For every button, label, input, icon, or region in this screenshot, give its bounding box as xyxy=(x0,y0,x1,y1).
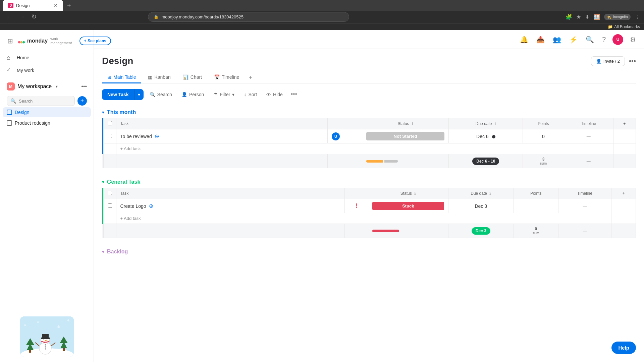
address-bar[interactable]: 🔒 moodjoy.monday.com/boards/1830420525 xyxy=(148,12,349,22)
bell-button[interactable]: 🔔 xyxy=(519,34,530,45)
toolbar: New Task ▾ 🔍 Search 👤 Person ⚗ Filter ▾ xyxy=(102,89,636,100)
summary-date-range-badge: Dec 6 - 10 xyxy=(472,158,499,165)
gt-timeline-cell: — xyxy=(558,199,611,213)
toolbar-more-button[interactable]: ••• xyxy=(289,89,299,100)
add-task-row-general[interactable]: + Add task xyxy=(102,213,636,224)
new-task-button[interactable]: New Task xyxy=(102,89,134,100)
timeline-cell: — xyxy=(564,129,613,143)
group-general-task-collapse-button[interactable]: ▾ xyxy=(102,179,104,185)
menu-button[interactable]: ⋮ xyxy=(635,14,640,20)
add-board-button[interactable]: + xyxy=(77,96,87,106)
invite-button[interactable]: 👤 Invite / 2 xyxy=(591,56,625,66)
apps-grid-button[interactable]: ⊞ xyxy=(5,36,15,46)
hide-label: Hide xyxy=(273,92,283,97)
gt-row-checkbox[interactable] xyxy=(108,203,112,208)
bookmark-button[interactable]: ★ xyxy=(576,14,581,20)
add-task-label[interactable]: + Add task xyxy=(116,143,613,154)
task-col-header-1: Task xyxy=(116,118,327,129)
tab-close-button[interactable]: ✕ xyxy=(54,3,58,8)
integrations-button[interactable]: ⚡ xyxy=(568,34,579,45)
summary-task-spacer xyxy=(116,154,327,168)
hide-button[interactable]: 👁 Hide xyxy=(263,89,286,100)
settings-button[interactable]: ⚙ xyxy=(629,34,637,45)
tab-kanban-label: Kanban xyxy=(154,74,170,80)
sidebar-item-design[interactable]: Design xyxy=(3,107,91,117)
gt-due-date-cell: Dec 3 xyxy=(448,199,514,213)
filter-button[interactable]: ⚗ Filter ▾ xyxy=(210,89,238,100)
search-button[interactable]: 🔍 xyxy=(584,34,595,45)
gt-timeline-summary-dash: — xyxy=(562,229,607,233)
group-general-task-title: General Task xyxy=(107,179,140,185)
sidebar-search-icon: 🔍 xyxy=(10,98,16,104)
group-backlog: ▾ Backlog xyxy=(102,246,636,257)
tab-kanban[interactable]: ▦ Kanban xyxy=(143,72,176,83)
kanban-icon: ▦ xyxy=(148,74,152,80)
add-task-row-this-month[interactable]: + Add task xyxy=(102,143,636,154)
user-avatar-button[interactable]: U xyxy=(612,34,623,45)
group-backlog-collapse-button[interactable]: ▾ xyxy=(102,249,104,254)
download-button[interactable]: ⬇ xyxy=(585,14,589,20)
row-checkbox[interactable] xyxy=(108,134,112,138)
team-button[interactable]: 👥 xyxy=(551,34,562,45)
gt-task-name-label: Create Logo xyxy=(120,203,146,209)
status-badge-stuck[interactable]: Stuck xyxy=(372,202,444,210)
svg-text:❄: ❄ xyxy=(23,323,26,327)
table-row: Create Logo ⊕ ! Stuck Dec 3 xyxy=(102,199,636,213)
sidebar-search-input[interactable] xyxy=(19,99,71,104)
gt-status-cell[interactable]: Stuck xyxy=(368,199,448,213)
extensions-button[interactable]: 🧩 xyxy=(566,14,572,20)
workspace-more-icon[interactable]: ••• xyxy=(81,83,87,89)
gt-due-date-info-icon: ℹ xyxy=(489,191,491,196)
refresh-button[interactable]: ↻ xyxy=(30,12,39,22)
active-tab[interactable]: D Design ✕ xyxy=(3,0,63,11)
help-header-button[interactable]: ? xyxy=(601,34,607,45)
group-this-month-title: This month xyxy=(107,109,136,115)
gt-task-add-sub-icon[interactable]: ⊕ xyxy=(149,203,153,209)
search-toolbar-button[interactable]: 🔍 Search xyxy=(146,89,175,100)
group-this-month-collapse-button[interactable]: ▾ xyxy=(102,110,104,115)
status-cell[interactable]: Not Started xyxy=(362,129,449,143)
board-more-button[interactable]: ••• xyxy=(629,57,636,65)
sort-button[interactable]: ↕ Sort xyxy=(240,89,260,100)
filter-icon: ⚗ xyxy=(213,92,218,97)
profile-button[interactable]: 🪟 xyxy=(593,14,600,20)
task-add-sub-icon[interactable]: ⊕ xyxy=(155,133,159,139)
board-icon-design xyxy=(7,110,12,115)
inbox-button[interactable]: 📥 xyxy=(535,34,546,45)
header-top-icons: 🔔 📥 👥 ⚡ 🔍 ? U ⚙ xyxy=(519,34,637,45)
sidebar-item-product-redesign[interactable]: Product redesign xyxy=(3,118,91,128)
sidebar-item-home[interactable]: ⌂ Home xyxy=(3,52,91,64)
tab-main-table[interactable]: ⊞ Main Table xyxy=(102,72,141,83)
view-tabs: ⊞ Main Table ▦ Kanban 📊 Chart 📅 Timeline… xyxy=(102,72,636,83)
all-bookmarks[interactable]: 📁 All Bookmarks xyxy=(608,24,640,29)
gt-summary-mini-bar xyxy=(372,230,444,232)
main-content: 🔔 📥 👥 ⚡ 🔍 ? U ⚙ Design 👤 Invite / 2 xyxy=(94,30,644,362)
person-filter-button[interactable]: 👤 Person xyxy=(178,89,207,100)
add-task-extra xyxy=(613,143,636,154)
tab-timeline[interactable]: 📅 Timeline xyxy=(209,72,245,83)
svg-point-23 xyxy=(45,347,46,348)
gt-add-col-button[interactable]: + xyxy=(611,188,636,199)
timeline-icon: 📅 xyxy=(214,74,220,80)
tab-chart[interactable]: 📊 Chart xyxy=(177,72,207,83)
gt-add-task-label[interactable]: + Add task xyxy=(116,213,611,224)
person-filter-label: Person xyxy=(189,92,204,97)
tab-main-table-label: Main Table xyxy=(113,74,136,80)
gt-select-all-checkbox[interactable] xyxy=(108,191,112,195)
forward-button[interactable]: → xyxy=(17,12,27,22)
logo-svg xyxy=(18,36,25,46)
status-badge-not-started[interactable]: Not Started xyxy=(366,132,445,140)
help-button[interactable]: Help xyxy=(611,342,636,354)
select-all-checkbox[interactable] xyxy=(108,121,112,125)
mini-bar-orange xyxy=(366,160,383,163)
add-col-button[interactable]: + xyxy=(613,118,636,129)
new-task-button-group: New Task ▾ xyxy=(102,89,144,100)
new-task-dropdown-button[interactable]: ▾ xyxy=(134,89,144,100)
sidebar-header: ⊞ monday work management + See plans xyxy=(0,33,94,49)
new-tab-button[interactable]: + xyxy=(64,0,74,11)
add-tab-button[interactable]: + xyxy=(246,72,255,83)
back-button[interactable]: ← xyxy=(4,12,14,22)
sidebar-item-my-work[interactable]: ✓ My work xyxy=(3,64,91,76)
board-area: Design 👤 Invite / 2 ••• ⊞ Main Table ▦ xyxy=(94,49,644,362)
workspace-header[interactable]: M My workspace ▾ ••• xyxy=(7,82,87,90)
